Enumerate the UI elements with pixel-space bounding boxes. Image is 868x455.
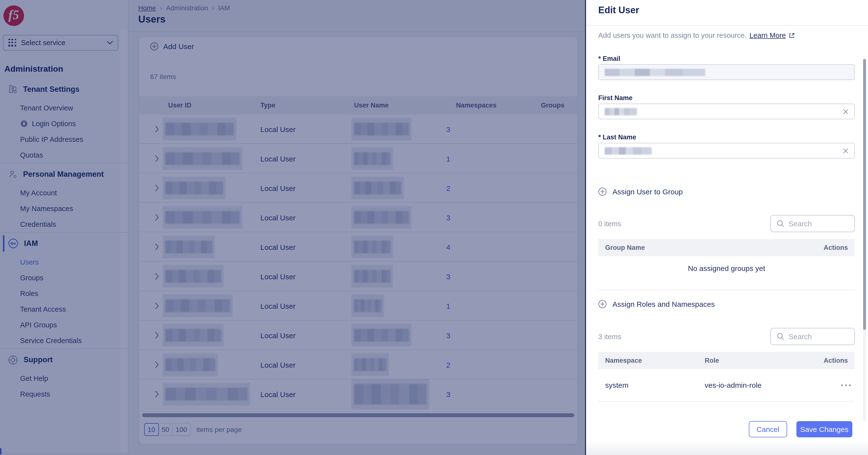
- groups-table-header: Group Name Actions: [598, 239, 855, 256]
- assign-roles-namespaces-button[interactable]: Assign Roles and Namespaces: [598, 300, 715, 308]
- search-icon: [777, 220, 784, 227]
- roles-search-placeholder: Search: [788, 332, 812, 341]
- row-namespace: system: [605, 381, 705, 389]
- last-name-label: * Last Name: [598, 134, 636, 141]
- edit-user-panel: Edit User Add users you want to assign t…: [585, 0, 868, 455]
- namespace-column: Namespace: [605, 357, 705, 364]
- assign-user-to-group-button[interactable]: Assign User to Group: [598, 188, 683, 196]
- section-divider: [598, 290, 855, 290]
- plus-circle-icon: [598, 300, 607, 308]
- modal-dim-overlay: [0, 0, 585, 455]
- panel-description: Add users you want to assign to your res…: [598, 31, 795, 39]
- groups-search-placeholder: Search: [788, 219, 812, 228]
- first-name-label: First Name: [598, 94, 632, 102]
- row-role: ves-io-admin-role: [705, 381, 762, 389]
- group-name-column: Group Name: [605, 244, 645, 251]
- role-assignment-row: system ves-io-admin-role: [598, 369, 855, 401]
- role-column: Role: [705, 357, 719, 364]
- row-actions-menu-icon[interactable]: [841, 384, 855, 386]
- groups-empty-state: No assigned groups yet: [598, 264, 855, 273]
- panel-footer-gradient: [586, 440, 868, 455]
- email-field[interactable]: [598, 64, 855, 80]
- first-name-redacted-value: [604, 108, 637, 115]
- actions-column: Actions: [824, 357, 848, 364]
- first-name-field[interactable]: [598, 104, 855, 119]
- plus-circle-icon: [598, 188, 607, 196]
- panel-title: Edit User: [598, 5, 639, 16]
- roles-count: 3 items: [598, 333, 621, 341]
- external-link-icon: [789, 32, 795, 38]
- email-label: * Email: [598, 55, 620, 62]
- last-name-redacted-value: [604, 147, 652, 154]
- cancel-button[interactable]: Cancel: [749, 421, 787, 437]
- panel-title-divider: [586, 25, 868, 26]
- clear-first-name-icon[interactable]: [843, 109, 848, 114]
- groups-count: 0 items: [598, 220, 621, 228]
- last-name-field[interactable]: [598, 143, 855, 159]
- groups-search-input[interactable]: Search: [770, 215, 855, 232]
- save-changes-button[interactable]: Save Changes: [797, 421, 852, 437]
- roles-table-header: Namespace Role Actions: [598, 352, 855, 369]
- roles-search-input[interactable]: Search: [770, 328, 855, 345]
- assign-roles-namespaces-label: Assign Roles and Namespaces: [613, 300, 715, 308]
- panel-description-text: Add users you want to assign to your res…: [598, 31, 747, 39]
- app-root: f5 Select service Administration Tenant …: [0, 0, 868, 455]
- clear-last-name-icon[interactable]: [843, 148, 848, 153]
- learn-more-link[interactable]: Learn More: [750, 31, 786, 39]
- panel-scrollbar-thumb[interactable]: [863, 59, 866, 330]
- assign-user-to-group-label: Assign User to Group: [613, 188, 683, 196]
- actions-column: Actions: [824, 244, 848, 251]
- search-icon: [777, 333, 784, 340]
- email-redacted-value: [604, 68, 705, 76]
